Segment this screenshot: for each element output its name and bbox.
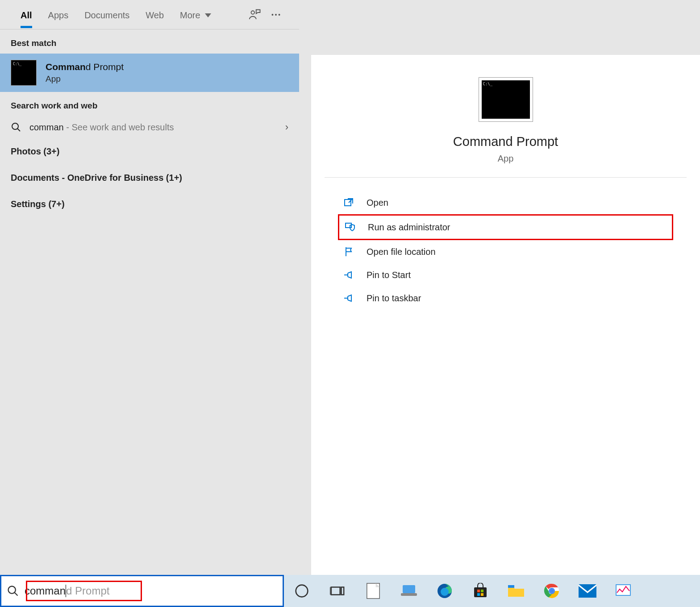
search-panel: All Apps Documents Web More Best match C… [0, 0, 700, 575]
best-match-subtitle: App [46, 74, 124, 84]
svg-rect-12 [342, 587, 344, 595]
open-icon [342, 197, 355, 208]
tab-more[interactable]: More [172, 2, 219, 27]
tab-apps[interactable]: Apps [40, 2, 77, 27]
cmd-thumb-icon: C:\_ [11, 60, 37, 86]
chevron-right-icon: › [285, 121, 288, 133]
svg-point-0 [251, 11, 255, 14]
search-box[interactable]: command Prompt [0, 575, 284, 607]
svg-rect-11 [331, 587, 340, 595]
search-input[interactable]: command Prompt [25, 585, 109, 597]
preview-title: Command Prompt [453, 134, 558, 149]
preview-subtitle: App [498, 154, 514, 164]
svg-point-1 [271, 14, 273, 16]
preview-header: C:\_ Command Prompt App [325, 55, 687, 178]
action-label: Pin to taskbar [367, 293, 421, 304]
search-icon [7, 585, 19, 597]
folder-location-icon [342, 246, 355, 257]
tab-web[interactable]: Web [138, 2, 172, 27]
svg-point-8 [8, 586, 16, 594]
action-label: Pin to Start [367, 270, 411, 280]
tab-more-label: More [180, 10, 200, 21]
action-pin-start[interactable]: Pin to Start [338, 263, 673, 287]
tab-documents[interactable]: Documents [76, 2, 138, 27]
svg-line-9 [15, 593, 18, 596]
cortana-icon[interactable] [293, 582, 311, 600]
chevron-down-icon [205, 13, 211, 17]
action-run-admin[interactable]: Run as administrator [338, 214, 673, 240]
taskbar-app-libreoffice[interactable] [364, 582, 382, 600]
svg-point-3 [279, 14, 280, 16]
tab-all[interactable]: All [12, 2, 40, 27]
action-pin-taskbar[interactable]: Pin to taskbar [338, 287, 673, 310]
search-suggestion-text: d Prompt [66, 585, 109, 597]
svg-rect-19 [474, 587, 487, 597]
svg-rect-24 [508, 585, 514, 588]
taskbar-app-edge[interactable] [436, 582, 454, 600]
preview-panel: C:\_ Command Prompt App Open Run as admi… [311, 55, 700, 575]
pin-icon [342, 293, 355, 304]
svg-line-5 [17, 129, 20, 131]
svg-rect-6 [345, 200, 351, 206]
best-match-title: Command Prompt [46, 62, 124, 72]
best-match-header: Best match [0, 29, 299, 54]
action-label: Open [367, 198, 388, 208]
search-icon [11, 122, 21, 133]
category-photos[interactable]: Photos (3+) [0, 138, 299, 165]
actions-list: Open Run as administrator Open file loca… [311, 178, 700, 323]
action-label: Open file location [367, 247, 436, 257]
svg-point-10 [296, 585, 308, 597]
results-panel: All Apps Documents Web More Best match C… [0, 0, 299, 575]
search-typed-text: comman [25, 585, 66, 597]
taskbar-app-explorer[interactable] [507, 582, 525, 600]
filter-tabs: All Apps Documents Web More [0, 0, 299, 29]
svg-point-4 [12, 123, 18, 129]
taskbar-app-laptop[interactable] [400, 582, 418, 600]
feedback-icon[interactable] [244, 4, 265, 25]
pin-icon [342, 270, 355, 280]
category-settings[interactable]: Settings (7+) [0, 191, 299, 217]
web-search-result[interactable]: comman - See work and web results › [0, 116, 299, 138]
svg-rect-20 [477, 590, 480, 592]
svg-rect-22 [477, 593, 480, 596]
action-open-location[interactable]: Open file location [338, 240, 673, 263]
cmd-preview-icon: C:\_ [479, 77, 533, 122]
svg-rect-23 [481, 593, 483, 596]
taskbar-app-chrome[interactable] [543, 582, 561, 600]
svg-rect-21 [481, 590, 483, 592]
category-documents[interactable]: Documents - OneDrive for Business (1+) [0, 165, 299, 191]
search-work-web-header: Search work and web [0, 92, 299, 116]
action-label: Run as administrator [368, 222, 450, 233]
taskbar [284, 575, 700, 607]
taskbar-app-store[interactable] [471, 582, 489, 600]
taskbar-app-mail[interactable] [579, 582, 596, 600]
task-view-icon[interactable] [329, 582, 346, 600]
svg-point-28 [550, 589, 554, 593]
taskbar-app-monitor[interactable] [614, 582, 632, 600]
svg-rect-15 [403, 585, 415, 593]
svg-rect-16 [401, 593, 417, 596]
best-match-result[interactable]: C:\_ Command Prompt App [0, 54, 299, 92]
shield-icon [344, 222, 356, 233]
svg-rect-29 [579, 584, 596, 598]
action-open[interactable]: Open [338, 191, 673, 214]
svg-point-18 [441, 588, 449, 596]
svg-point-2 [275, 14, 277, 16]
more-options-icon[interactable] [265, 4, 287, 25]
